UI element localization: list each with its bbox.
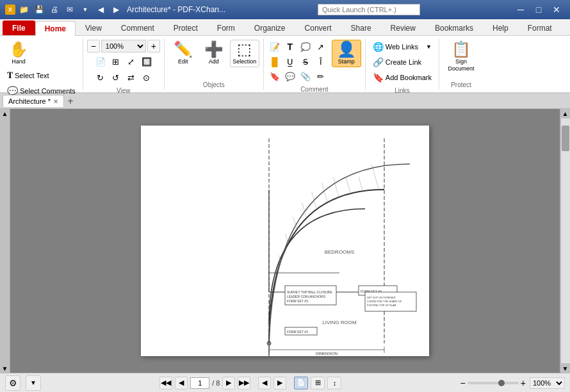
web-links-arrow: ▼ (426, 44, 432, 50)
page-number-input[interactable] (190, 377, 209, 389)
rotate-ccw-button[interactable]: ↺ (109, 70, 123, 85)
single-page-view-button[interactable]: 📄 (294, 377, 308, 389)
qa-back-button[interactable]: ◀ (94, 3, 108, 17)
pan-next-button[interactable]: ▶ (273, 377, 286, 389)
zoom-plus-button[interactable]: + (521, 378, 526, 388)
hand-tool-button[interactable]: ✋ Hand (4, 40, 33, 67)
zoom-percent-select[interactable]: 100% 50% 75% 150% 200% (530, 377, 565, 389)
edit-button[interactable]: ✏️ Edit (168, 40, 198, 67)
zoom-out-button[interactable]: − (87, 40, 100, 53)
prev-page-button[interactable]: ◀ (175, 377, 188, 389)
maximize-button[interactable]: □ (530, 3, 547, 16)
tab-convert[interactable]: Convert (295, 20, 341, 35)
page-view-button[interactable]: 📄 (94, 54, 108, 69)
status-arrow-button[interactable]: ▼ (26, 375, 41, 391)
tab-review[interactable]: Review (381, 20, 425, 35)
scroll-up-button[interactable]: ▲ (561, 109, 570, 118)
tab-home[interactable]: Home (35, 21, 76, 36)
add-button[interactable]: ➕ Add (199, 40, 229, 67)
settings-button[interactable]: ⚙ (5, 375, 20, 391)
svg-text:SET OUT ON FORESEE: SET OUT ON FORESEE (367, 296, 396, 299)
sign-document-button[interactable]: 📋 Sign Document (443, 40, 479, 74)
arrow-button[interactable]: ↗ (314, 40, 328, 54)
bookmark-sm-button[interactable]: 🔖 (268, 69, 282, 83)
ribbon-tabs-bar: File Home View Comment Protect Form Orga… (0, 19, 570, 36)
qa-dropdown-button[interactable]: ▼ (78, 3, 92, 17)
tab-help[interactable]: Help (483, 20, 518, 35)
page-total: / 8 (212, 379, 220, 387)
reflow-button[interactable]: ⇄ (124, 70, 138, 85)
view-icons-row2: ↻ ↺ ⇄ ⊙ (94, 70, 154, 85)
two-page-view-button[interactable]: ⊞ (311, 377, 325, 389)
minimize-button[interactable]: ─ (512, 3, 529, 16)
snap-button[interactable]: ⊙ (140, 70, 154, 85)
scroll-view-button[interactable]: ↕ (327, 377, 341, 389)
select-text-icon: 𝐓 (7, 70, 13, 81)
zoom-minus-button[interactable]: − (460, 378, 466, 388)
ribbon-group-tools: ✋ Hand 𝐓 Select Text 💬 Select Comments T… (0, 38, 83, 90)
zoom-in-button[interactable]: + (147, 40, 160, 53)
last-page-button[interactable]: ▶▶ (238, 377, 250, 389)
left-scroll-up[interactable]: ▲ (1, 109, 10, 118)
highlight-button[interactable]: █ (268, 54, 282, 69)
tab-file[interactable]: File (3, 20, 35, 35)
first-page-button[interactable]: ◀◀ (159, 377, 172, 389)
tab-share[interactable]: Share (341, 20, 381, 35)
web-links-icon: 🌐 (373, 42, 384, 52)
rotate-cw-button[interactable]: ↻ (94, 70, 108, 85)
qa-forward-button[interactable]: ▶ (109, 3, 123, 17)
stamp-button[interactable]: 👤 Stamp (332, 40, 361, 67)
sticky-note-button[interactable]: 📝 (268, 40, 282, 54)
status-center: ◀◀ ◀ / 8 ▶ ▶▶ ◀ ▶ 📄 ⊞ ↕ (159, 377, 341, 389)
scroll-down-button[interactable]: ▼ (561, 364, 570, 373)
actual-size-button[interactable]: 🔲 (140, 54, 154, 69)
document-tab[interactable]: Architecture * ✕ (3, 95, 64, 107)
tab-bookmarks[interactable]: Bookmarks (425, 20, 483, 35)
links-group-label: Links (370, 86, 435, 95)
zoom-slider[interactable] (468, 382, 519, 384)
tab-format[interactable]: Format (518, 20, 562, 35)
new-tab-button[interactable]: + (64, 95, 77, 108)
selection-button[interactable]: ⬚ Selection (230, 40, 259, 67)
zoom-select[interactable]: 100% 50% 150% 200% (101, 40, 146, 53)
quick-launch-input[interactable] (318, 4, 420, 15)
window-controls: ─ □ ✕ (512, 3, 565, 16)
web-links-button[interactable]: 🌐 Web Links ▼ (370, 40, 435, 54)
tab-comment[interactable]: Comment (111, 20, 164, 35)
tab-form[interactable]: Form (208, 20, 245, 35)
tab-view[interactable]: View (76, 20, 111, 35)
comment-sm-button[interactable]: 💬 (283, 69, 297, 83)
pan-prev-button[interactable]: ◀ (258, 377, 271, 389)
tab-organize[interactable]: Organize (245, 20, 295, 35)
tab-close-button[interactable]: ✕ (53, 98, 58, 105)
qa-email-button[interactable]: ✉ (63, 3, 77, 17)
fit-width-button[interactable]: ⊞ (109, 54, 123, 69)
next-page-button[interactable]: ▶ (222, 377, 235, 389)
scroll-track[interactable] (561, 118, 570, 363)
create-link-button[interactable]: 🔗 Create Link (370, 55, 435, 69)
left-scroll-down[interactable]: ▼ (1, 364, 10, 373)
tab-protect[interactable]: Protect (164, 20, 208, 35)
window-title: Architecture* - PDF-XChan... (127, 5, 225, 14)
objects-group-label: Objects (168, 80, 259, 90)
select-text-button[interactable]: 𝐓 Select Text (4, 69, 79, 83)
underline-button[interactable]: U̲ (283, 54, 297, 69)
callout-button[interactable]: 💭 (298, 40, 313, 54)
qa-print-button[interactable]: 🖨 (47, 3, 61, 17)
insert-text-button[interactable]: Î (314, 54, 328, 69)
qa-save-button[interactable]: 💾 (32, 3, 46, 17)
close-button[interactable]: ✕ (548, 3, 565, 16)
svg-text:BEDROOMS: BEDROOMS (325, 249, 355, 255)
tab-find[interactable]: Find... (562, 20, 570, 35)
add-bookmark-button[interactable]: 🔖 Add Bookmark (370, 70, 435, 85)
attach-button[interactable]: 📎 (298, 69, 313, 83)
qa-open-button[interactable]: 📁 (17, 3, 31, 17)
text-button[interactable]: T (283, 40, 297, 54)
fit-page-button[interactable]: ⤢ (124, 54, 138, 69)
add-label: Add (209, 58, 219, 65)
main-area: ▲ ▼ (0, 109, 570, 373)
links-items: 🌐 Web Links ▼ 🔗 Create Link 🔖 Add Bookma… (370, 38, 435, 86)
zoom-controls: − 100% 50% 150% 200% + (87, 40, 160, 53)
pencil-button[interactable]: ✏ (314, 69, 328, 83)
strikeout-button[interactable]: S̶ (298, 54, 313, 69)
